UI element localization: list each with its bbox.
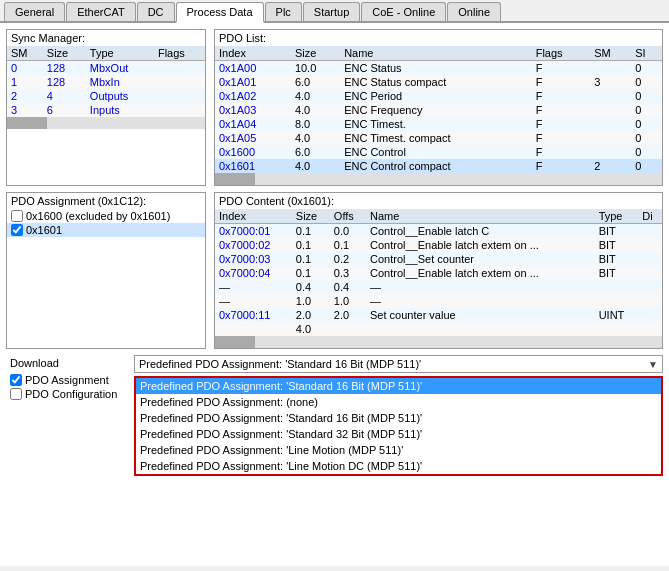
pdo-assignment-checkbox[interactable] <box>11 224 23 236</box>
sm-col-size: Size <box>43 46 86 61</box>
pdol-cell-size: 6.0 <box>291 75 340 89</box>
download-list: PDO AssignmentPDO Configuration <box>6 373 126 401</box>
sm-scrollbar[interactable] <box>7 117 205 129</box>
pdoc-col-type: Type <box>595 209 639 224</box>
sm-cell-flags <box>154 103 205 117</box>
predefined-list-item[interactable]: Predefined PDO Assignment: 'Standard 16 … <box>136 378 661 394</box>
pdol-cell-flags: F <box>532 131 590 145</box>
pdol-row[interactable]: 0x1A00 10.0 ENC Status F 0 <box>215 61 662 76</box>
pdoc-cell-di <box>638 308 662 322</box>
tab-startup[interactable]: Startup <box>303 2 360 21</box>
pdol-cell-index: 0x1600 <box>215 145 291 159</box>
sm-row[interactable]: 2 4 Outputs <box>7 89 205 103</box>
pdol-cell-name: ENC Status <box>340 61 532 76</box>
pdoc-cell-index: 0x7000:01 <box>215 224 292 239</box>
pdol-row[interactable]: 0x1A04 8.0 ENC Timest. F 0 <box>215 117 662 131</box>
pdoc-row[interactable]: 0x7000:01 0.1 0.0 Control__Enable latch … <box>215 224 662 239</box>
sm-row[interactable]: 3 6 Inputs <box>7 103 205 117</box>
pdol-cell-size: 4.0 <box>291 131 340 145</box>
tab-dc[interactable]: DC <box>137 2 175 21</box>
sm-cell-flags <box>154 89 205 103</box>
pdoc-cell-type <box>595 322 639 336</box>
tab-coe-online[interactable]: CoE - Online <box>361 2 446 21</box>
sm-cell-type: Inputs <box>86 103 154 117</box>
download-checkbox[interactable] <box>10 374 22 386</box>
predefined-list-item[interactable]: Predefined PDO Assignment: (none) <box>136 394 661 410</box>
pdoc-cell-offs <box>330 322 366 336</box>
pdol-row[interactable]: 0x1601 4.0 ENC Control compact F 2 0 <box>215 159 662 173</box>
sm-row[interactable]: 1 128 MbxIn <box>7 75 205 89</box>
tab-plc[interactable]: Plc <box>265 2 302 21</box>
pdoc-cell-type: UINT <box>595 308 639 322</box>
pdoc-row[interactable]: 0x7000:02 0.1 0.1 Control__Enable latch … <box>215 238 662 252</box>
pdo-assignment-item[interactable]: 0x1600 (excluded by 0x1601) <box>7 209 205 223</box>
predefined-list-item[interactable]: Predefined PDO Assignment: 'Line Motion … <box>136 442 661 458</box>
pdoc-cell-size: 0.1 <box>292 224 330 239</box>
pdo-assignment-panel: PDO Assignment (0x1C12): 0x1600 (exclude… <box>6 192 206 349</box>
pdol-col-sm: SM <box>590 46 631 61</box>
sm-row[interactable]: 0 128 MbxOut <box>7 61 205 76</box>
pdol-cell-size: 6.0 <box>291 145 340 159</box>
predefined-dropdown-row: Predefined PDO Assignment: 'Standard 16 … <box>134 355 663 373</box>
pdoc-cell-index <box>215 322 292 336</box>
pdo-assignment-label: 0x1601 <box>26 224 62 236</box>
pdoc-cell-di <box>638 266 662 280</box>
pdoc-row[interactable]: 0x7000:03 0.1 0.2 Control__Set counter B… <box>215 252 662 266</box>
download-checkbox[interactable] <box>10 388 22 400</box>
sm-col-sm: SM <box>7 46 43 61</box>
sm-cell-sm: 3 <box>7 103 43 117</box>
sm-cell-flags <box>154 61 205 76</box>
pdoc-cell-index: — <box>215 280 292 294</box>
pdol-cell-flags: F <box>532 103 590 117</box>
pdol-cell-si: 0 <box>631 131 662 145</box>
pdol-cell-si: 0 <box>631 117 662 131</box>
pdoc-cell-offs: 0.1 <box>330 238 366 252</box>
tab-general[interactable]: General <box>4 2 65 21</box>
pdoc-row[interactable]: — 1.0 1.0 — <box>215 294 662 308</box>
pdol-cell-index: 0x1A05 <box>215 131 291 145</box>
download-item[interactable]: PDO Assignment <box>6 373 126 387</box>
sm-cell-size: 4 <box>43 89 86 103</box>
pdoc-scrollbar[interactable] <box>215 336 662 348</box>
predefined-list-item[interactable]: Predefined PDO Assignment: 'Line Motion … <box>136 458 661 474</box>
main-content: Sync Manager: SM Size Type Flags 0 128 M… <box>0 23 669 566</box>
pdoc-cell-name: — <box>366 280 595 294</box>
predefined-list-item[interactable]: Predefined PDO Assignment: 'Standard 16 … <box>136 410 661 426</box>
pdo-content-title: PDO Content (0x1601): <box>215 193 662 209</box>
pdol-cell-size: 10.0 <box>291 61 340 76</box>
tab-online[interactable]: Online <box>447 2 501 21</box>
pdo-assignment-checkbox[interactable] <box>11 210 23 222</box>
pdol-cell-si: 0 <box>631 75 662 89</box>
pdol-cell-flags: F <box>532 159 590 173</box>
pdol-cell-si: 0 <box>631 89 662 103</box>
pdoc-row[interactable]: 0x7000:11 2.0 2.0 Set counter value UINT <box>215 308 662 322</box>
pdoc-cell-name: — <box>366 294 595 308</box>
tab-ethercat[interactable]: EtherCAT <box>66 2 135 21</box>
pdol-cell-index: 0x1A00 <box>215 61 291 76</box>
pdol-scrollbar[interactable] <box>215 173 662 185</box>
pdol-cell-index: 0x1A04 <box>215 117 291 131</box>
pdo-assignment-item[interactable]: 0x1601 <box>7 223 205 237</box>
sm-cell-size: 128 <box>43 61 86 76</box>
predefined-col: Predefined PDO Assignment: 'Standard 16 … <box>134 355 663 560</box>
pdoc-row[interactable]: 0x7000:04 0.1 0.3 Control__Enable latch … <box>215 266 662 280</box>
pdol-row[interactable]: 0x1A01 6.0 ENC Status compact F 3 0 <box>215 75 662 89</box>
predefined-dropdown-value: Predefined PDO Assignment: 'Standard 16 … <box>139 358 421 370</box>
pdoc-row[interactable]: 4.0 <box>215 322 662 336</box>
pdol-cell-name: ENC Status compact <box>340 75 532 89</box>
pdol-cell-size: 4.0 <box>291 89 340 103</box>
pdol-row[interactable]: 0x1600 6.0 ENC Control F 0 <box>215 145 662 159</box>
pdol-row[interactable]: 0x1A05 4.0 ENC Timest. compact F 0 <box>215 131 662 145</box>
pdol-row[interactable]: 0x1A03 4.0 ENC Frequency F 0 <box>215 103 662 117</box>
sm-col-type: Type <box>86 46 154 61</box>
pdoc-row[interactable]: — 0.4 0.4 — <box>215 280 662 294</box>
predefined-list-item[interactable]: Predefined PDO Assignment: 'Standard 32 … <box>136 426 661 442</box>
tab-process-data[interactable]: Process Data <box>176 2 264 23</box>
pdoc-cell-name <box>366 322 595 336</box>
pdol-row[interactable]: 0x1A02 4.0 ENC Period F 0 <box>215 89 662 103</box>
sm-cell-type: Outputs <box>86 89 154 103</box>
predefined-dropdown[interactable]: Predefined PDO Assignment: 'Standard 16 … <box>134 355 663 373</box>
pdo-list-table: Index Size Name Flags SM SI 0x1A00 10.0 … <box>215 46 662 173</box>
pdol-cell-si: 0 <box>631 159 662 173</box>
download-item[interactable]: PDO Configuration <box>6 387 126 401</box>
